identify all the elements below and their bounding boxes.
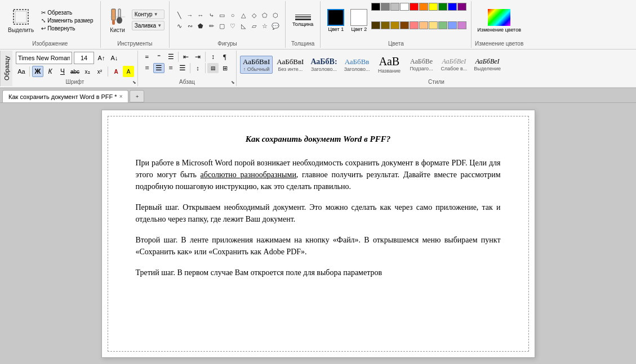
document-tab[interactable]: Как сохранить документ Word в PFF * × [2, 90, 128, 102]
color2-button[interactable]: Цвет 2 [348, 8, 370, 33]
thickness-button[interactable]: Толщина [290, 14, 315, 28]
rotate-icon: ↩ [41, 25, 46, 32]
copy-format-button[interactable]: Aa [16, 66, 27, 77]
color-swatch[interactable] [410, 21, 419, 29]
numbered-list-button[interactable]: ⁼ [153, 52, 164, 62]
color-swatch[interactable] [381, 21, 390, 29]
bold-button[interactable]: Ж [32, 66, 43, 77]
fill-button[interactable]: Заливка ▼ [132, 21, 164, 30]
strikethrough-button[interactable]: abc [69, 66, 81, 77]
fill-arrow: ▼ [157, 23, 162, 28]
color-swatch[interactable] [438, 21, 447, 29]
align-justify-button[interactable]: ☰ [177, 63, 188, 73]
tab-label: Как сохранить документ Word в PFF * [8, 93, 117, 100]
shape-rect[interactable]: ▭ [217, 10, 227, 20]
color-swatch[interactable] [429, 21, 438, 29]
new-tab-button[interactable]: + [130, 90, 144, 102]
color-swatch[interactable] [448, 3, 457, 11]
doc-para1-link[interactable]: абсолютно разнообразными, [201, 170, 299, 179]
shape-arrow-both[interactable]: ↔ [195, 10, 206, 20]
shape-star5[interactable]: ☆ [260, 21, 270, 31]
show-marks-button[interactable]: ¶ [219, 52, 230, 62]
color-swatch[interactable] [410, 3, 419, 11]
style-heading1-text: АаБбВ: [310, 57, 337, 66]
sort-button[interactable]: ↕ [207, 52, 219, 62]
shape-freeform[interactable]: ✏ [206, 21, 216, 31]
color-swatch[interactable] [371, 21, 380, 29]
font-color-button[interactable]: A [110, 66, 122, 77]
style-normal-button[interactable]: АаБбВвI ↑ Обычный [240, 56, 273, 74]
underline-button[interactable]: Ч [57, 66, 68, 77]
shape-circle[interactable]: ○ [228, 10, 238, 20]
color-swatch[interactable] [400, 21, 409, 29]
align-left-button[interactable]: ≡ [141, 63, 153, 73]
indent-button[interactable]: ⇥ [192, 52, 203, 62]
color-swatch[interactable] [371, 3, 380, 11]
document-para3: Второй шаг. В ленте приложения нажимаем … [136, 234, 501, 258]
shape-line[interactable]: ╲ [174, 10, 184, 20]
shape-right-tri[interactable]: ◺ [238, 21, 248, 31]
color-swatch[interactable] [400, 3, 409, 11]
shape-heart[interactable]: ♡ [228, 21, 238, 31]
shading-button[interactable]: ▤ [207, 63, 219, 73]
crop-button[interactable]: ✂ Обрезать [39, 9, 95, 16]
shape-poly[interactable]: ⬟ [195, 21, 206, 31]
shape-rounded-rect[interactable]: ▢ [217, 21, 227, 31]
shape-callout[interactable]: 💬 [270, 21, 281, 31]
shape-triangle[interactable]: △ [238, 10, 248, 20]
outline-button[interactable]: Контур ▼ [132, 10, 164, 19]
color-swatch[interactable] [419, 3, 428, 11]
color-swatch[interactable] [390, 21, 399, 29]
increase-font-button[interactable]: A↑ [96, 52, 107, 64]
font-selector-row: A↑ A↓ [16, 52, 120, 64]
style-subtitle-label: Подзаго... [410, 66, 433, 71]
style-heading1-button[interactable]: АаБбВ: Заголово... [308, 56, 340, 74]
color-swatch[interactable] [390, 3, 399, 11]
italic-button[interactable]: К [45, 66, 56, 77]
color-swatch[interactable] [448, 21, 457, 29]
font-size-input[interactable] [74, 52, 94, 64]
select-button[interactable]: Выделить [5, 6, 37, 35]
style-title-button[interactable]: АаB Название [374, 53, 405, 75]
shape-pentagon[interactable]: ⬠ [260, 10, 270, 20]
border-button[interactable]: ⊞ [219, 63, 230, 73]
resize-button[interactable]: ⤡ Изменить размер [39, 17, 95, 24]
shape-diamond[interactable]: ◇ [249, 10, 259, 20]
color1-button[interactable]: Цвет 1 [325, 8, 346, 33]
multilevel-list-button[interactable]: ☰ [165, 52, 176, 62]
style-subtle-button[interactable]: АаБбВеI Слабое в... [438, 56, 470, 73]
shape-bezier[interactable]: ∾ [185, 21, 195, 31]
align-right-button[interactable]: ≡ [165, 63, 176, 73]
color-change-button[interactable]: Изменение цветов [476, 8, 522, 34]
shape-curve[interactable]: ∿ [174, 21, 184, 31]
color-swatch[interactable] [438, 3, 447, 11]
highlight-color-button[interactable]: A [123, 66, 134, 77]
color-swatch[interactable] [429, 3, 438, 11]
font-name-input[interactable] [16, 52, 72, 64]
subscript-button[interactable]: x₂ [82, 66, 93, 77]
rotate-button[interactable]: ↩ Повернуть [39, 25, 95, 32]
shape-arrow-right[interactable]: → [185, 10, 195, 20]
para-group-expand[interactable]: ⬊ [231, 80, 235, 85]
shape-hexagon[interactable]: ⬡ [270, 10, 281, 20]
tab-close-button[interactable]: × [119, 93, 123, 100]
align-center-button[interactable]: ☰ [153, 63, 164, 73]
brushes-button[interactable]: Кисти [105, 6, 130, 35]
decrease-font-button[interactable]: A↓ [109, 52, 120, 64]
style-heading2-button[interactable]: АаБбВв Заголово... [341, 56, 373, 74]
style-subtitle-button[interactable]: АаБбВе Подзаго... [406, 56, 437, 73]
color-swatch[interactable] [457, 3, 466, 11]
style-nospace-button[interactable]: АаБбВвI Без инте... [274, 56, 306, 74]
color-swatch[interactable] [381, 3, 390, 11]
color-swatch[interactable] [457, 21, 466, 29]
bullet-list-button[interactable]: ≡ [141, 52, 153, 62]
font-group-expand[interactable]: ⬊ [132, 80, 136, 85]
shape-parallelogram[interactable]: ▱ [249, 21, 259, 31]
line-spacing-button[interactable]: ↕ [192, 63, 203, 73]
superscript-button[interactable]: x² [94, 66, 105, 77]
style-emphasis-button[interactable]: АаБбВеI Выделение [471, 56, 504, 73]
color-swatch[interactable] [419, 21, 428, 29]
outdent-button[interactable]: ⇤ [180, 52, 192, 62]
shape-arrow-notch[interactable]: ⤷ [206, 10, 216, 20]
document-page[interactable]: Как сохранить документ Word в PFF? При р… [101, 110, 535, 358]
